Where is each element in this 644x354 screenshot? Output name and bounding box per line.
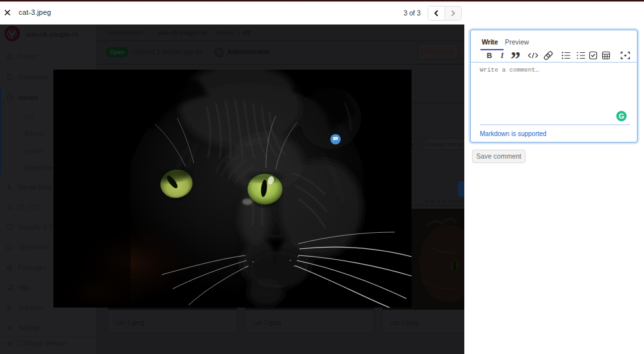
svg-text:B: B	[487, 52, 492, 59]
svg-text:I: I	[500, 52, 504, 59]
svg-text:”: ”	[511, 50, 521, 61]
